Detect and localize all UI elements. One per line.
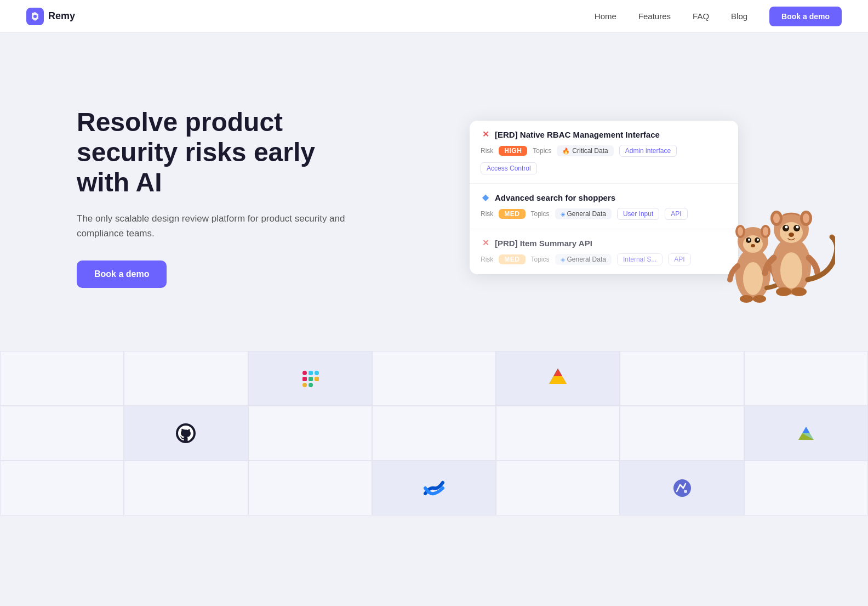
svg-point-8	[757, 239, 759, 241]
card-3-risk-label: Risk	[481, 256, 493, 263]
card-1-tag-critical-text: Critical Data	[572, 147, 608, 155]
svg-point-1	[735, 248, 770, 301]
svg-point-23	[796, 226, 799, 229]
card-3-topics-label: Topics	[531, 256, 550, 263]
grid-cell-linear	[620, 461, 744, 516]
card-3-title: [PRD] Item Summary API	[495, 239, 592, 248]
svg-rect-34	[315, 371, 319, 375]
svg-point-22	[785, 226, 788, 229]
svg-marker-43	[553, 369, 562, 376]
grid-cell-gdrive2	[744, 406, 868, 461]
svg-marker-40	[549, 376, 567, 384]
card-item-3: ✕ [PRD] Item Summary API Risk MED Topics…	[470, 229, 738, 274]
svg-point-0	[33, 15, 37, 18]
nav-home[interactable]: Home	[595, 12, 616, 21]
card-item-2: ◆ Advanced search for shoppers Risk MED …	[470, 184, 738, 229]
fire-icon: 🔥	[562, 148, 570, 155]
card-2-risk-badge: MED	[499, 209, 525, 219]
card-panel: ✕ [ERD] Native RBAC Management Interface…	[470, 121, 738, 274]
card-3-meta: Risk MED Topics ◈ General Data Internal …	[481, 253, 727, 265]
card-1-topics-label: Topics	[533, 147, 551, 155]
hero-section: Resolve product security risks early wit…	[0, 33, 868, 351]
svg-rect-31	[302, 371, 307, 375]
card-1-tag-critical: 🔥 Critical Data	[557, 145, 613, 156]
svg-rect-37	[315, 377, 319, 381]
svg-point-3	[738, 227, 768, 256]
card-item-1: ✕ [ERD] Native RBAC Management Interface…	[470, 121, 738, 184]
svg-point-17	[780, 252, 802, 288]
nav-book-demo-button[interactable]: Book a demo	[769, 7, 842, 26]
grid-cell-r1c2	[124, 351, 248, 406]
svg-point-9	[751, 244, 755, 247]
card-2-tag-general: ◈ General Data	[555, 208, 612, 219]
svg-rect-38	[302, 383, 307, 387]
svg-point-25	[770, 211, 783, 226]
grid-cell-r1c1	[0, 351, 124, 406]
svg-point-5	[746, 237, 751, 243]
svg-rect-35	[309, 377, 313, 381]
grid-cell-slack	[248, 351, 372, 406]
svg-point-16	[772, 237, 811, 294]
svg-point-21	[793, 225, 800, 231]
hero-card-area: ✕ [ERD] Native RBAC Management Interface…	[395, 121, 813, 274]
grid-cell-r1c6	[620, 351, 744, 406]
svg-point-14	[740, 295, 753, 303]
layers-icon-2: ◈	[561, 256, 565, 263]
grid-cell-confluence	[372, 461, 496, 516]
grid-cell-r2c5	[496, 406, 620, 461]
card-1-risk-badge: HIGH	[499, 146, 527, 156]
integrations-section	[0, 351, 868, 516]
card-2-meta: Risk MED Topics ◈ General Data User Inpu…	[481, 208, 727, 220]
grid-cell-r3c5	[496, 461, 620, 516]
svg-point-27	[773, 213, 780, 223]
card-2-diamond-icon: ◆	[481, 192, 490, 202]
card-3-tag-internal: Internal S...	[617, 253, 663, 265]
logo-icon	[26, 8, 44, 25]
card-3-tag-api: API	[668, 253, 690, 265]
logo[interactable]: Remy	[26, 8, 75, 25]
nav-blog[interactable]: Blog	[731, 12, 747, 21]
nav-links: Home Features FAQ Blog	[595, 12, 747, 21]
grid-cell-r3c2	[124, 461, 248, 516]
grid-cell-r2c6	[620, 406, 744, 461]
hero-book-demo-button[interactable]: Book a demo	[77, 260, 167, 288]
gdrive-icon	[546, 366, 570, 390]
grid-cell-r2c3	[248, 406, 372, 461]
svg-point-2	[743, 262, 763, 295]
grid-cell-r1c7	[744, 351, 868, 406]
google-drive-icon-2	[794, 421, 818, 445]
card-2-tag-api: API	[665, 208, 687, 220]
svg-rect-32	[302, 377, 307, 381]
card-2-title: Advanced search for shoppers	[495, 193, 615, 202]
svg-point-28	[803, 213, 809, 223]
grid-cell-gdrive	[496, 351, 620, 406]
card-2-tag-userinput: User Input	[617, 208, 659, 220]
github-icon	[175, 422, 197, 444]
layers-icon: ◈	[561, 211, 565, 218]
card-2-risk-label: Risk	[481, 210, 493, 218]
nav-features[interactable]: Features	[638, 12, 671, 21]
nav-faq[interactable]: FAQ	[693, 12, 709, 21]
card-3-tag-general: ◈ General Data	[555, 254, 612, 265]
svg-point-26	[800, 211, 812, 226]
svg-rect-36	[309, 383, 313, 387]
svg-point-46	[673, 479, 691, 497]
svg-point-11	[761, 225, 770, 238]
hero-title: Resolve product security risks early wit…	[77, 107, 362, 198]
grid-cell-r2c4	[372, 406, 496, 461]
svg-point-30	[791, 287, 807, 296]
card-3-tag-general-text: General Data	[567, 256, 606, 263]
card-2-tag-general-text: General Data	[567, 210, 606, 218]
grid-cell-r1c4	[372, 351, 496, 406]
card-2-title-row: ◆ Advanced search for shoppers	[481, 192, 727, 202]
svg-point-24	[789, 233, 794, 237]
card-2-topics-label: Topics	[531, 210, 550, 218]
linear-icon	[670, 476, 694, 500]
card-3-risk-badge: MED	[499, 254, 525, 264]
card-3-title-row: ✕ [PRD] Item Summary API	[481, 238, 727, 248]
svg-point-12	[738, 227, 743, 236]
grid-cell-github	[124, 406, 248, 461]
card-1-meta: Risk HIGH Topics 🔥 Critical Data Admin i…	[481, 145, 727, 174]
integrations-grid	[0, 351, 868, 516]
card-1-risk-label: Risk	[481, 147, 493, 155]
